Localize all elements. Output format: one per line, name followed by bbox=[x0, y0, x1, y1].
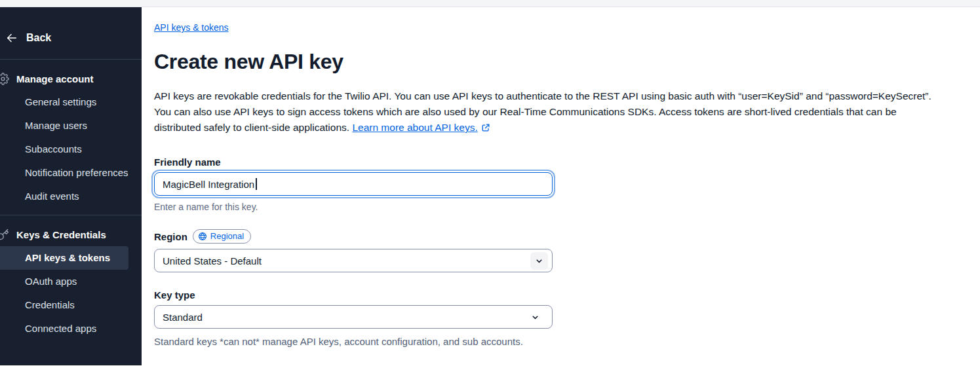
key-type-field-group: Key type Standard Standard keys *can not… bbox=[154, 289, 553, 347]
page-title: Create new API key bbox=[154, 50, 941, 74]
breadcrumb-link[interactable]: API keys & tokens bbox=[154, 22, 229, 33]
region-select-value: United States - Default bbox=[163, 255, 262, 266]
back-button[interactable]: Back bbox=[0, 7, 142, 59]
key-type-select[interactable]: Standard bbox=[154, 305, 553, 329]
sidebar-item-credentials[interactable]: Credentials bbox=[0, 293, 142, 317]
sidebar-section-manage-account: Manage account General settings Manage u… bbox=[0, 60, 142, 215]
sidebar-item-manage-users[interactable]: Manage users bbox=[0, 114, 142, 137]
regional-badge-label: Regional bbox=[210, 231, 244, 241]
sidebar-section-header-keys-credentials[interactable]: Keys & Credentials bbox=[0, 226, 142, 246]
back-arrow-icon bbox=[6, 32, 18, 44]
sidebar: Back Manage account General settings Man… bbox=[0, 7, 142, 365]
section-label: Keys & Credentials bbox=[16, 229, 106, 240]
sidebar-item-audit-events[interactable]: Audit events bbox=[0, 185, 142, 208]
key-type-help: Standard keys *can not* manage API keys,… bbox=[154, 336, 553, 347]
external-link-icon[interactable] bbox=[481, 121, 490, 137]
region-select[interactable]: United States - Default bbox=[154, 249, 553, 272]
sidebar-item-subaccounts[interactable]: Subaccounts bbox=[0, 137, 142, 161]
sidebar-nav: Manage account General settings Manage u… bbox=[0, 60, 142, 347]
chevron-down-icon bbox=[526, 308, 544, 326]
section-label: Manage account bbox=[16, 73, 94, 84]
sidebar-item-api-keys-tokens[interactable]: API keys & tokens bbox=[0, 246, 128, 270]
description-text: API keys are revokable credentials for t… bbox=[154, 90, 931, 133]
sidebar-item-connected-apps[interactable]: Connected apps bbox=[0, 317, 142, 340]
back-label: Back bbox=[26, 32, 51, 44]
friendly-name-input[interactable] bbox=[154, 172, 553, 196]
key-icon bbox=[0, 229, 9, 241]
sidebar-item-general-settings[interactable]: General settings bbox=[0, 90, 142, 114]
key-type-select-value: Standard bbox=[163, 312, 203, 323]
key-type-label: Key type bbox=[154, 289, 553, 301]
sidebar-item-notification-preferences[interactable]: Notification preferences bbox=[0, 161, 142, 185]
region-label-row: Region Regional bbox=[154, 229, 553, 244]
sidebar-section-keys-credentials: Keys & Credentials API keys & tokens OAu… bbox=[0, 215, 142, 347]
top-edge-bar bbox=[0, 0, 980, 7]
gear-icon bbox=[0, 73, 9, 85]
region-field-group: Region Regional United States - Default bbox=[154, 229, 553, 272]
globe-icon bbox=[198, 232, 207, 241]
sidebar-section-header-manage-account[interactable]: Manage account bbox=[0, 70, 142, 90]
sidebar-item-oauth-apps[interactable]: OAuth apps bbox=[0, 270, 142, 293]
page-description: API keys are revokable credentials for t… bbox=[154, 88, 941, 137]
region-label: Region bbox=[154, 231, 187, 242]
learn-more-link[interactable]: Learn more about API keys. bbox=[352, 122, 477, 133]
friendly-name-label: Friendly name bbox=[154, 156, 553, 168]
chevron-down-icon[interactable] bbox=[530, 252, 548, 270]
friendly-name-field-group: Friendly name Enter a name for this key. bbox=[154, 156, 553, 212]
regional-badge: Regional bbox=[193, 229, 251, 244]
main-content: API keys & tokens Create new API key API… bbox=[142, 7, 980, 365]
friendly-name-input-wrap bbox=[154, 172, 553, 196]
text-cursor bbox=[256, 178, 257, 190]
app-layout: Back Manage account General settings Man… bbox=[0, 7, 980, 365]
friendly-name-help: Enter a name for this key. bbox=[154, 202, 553, 212]
